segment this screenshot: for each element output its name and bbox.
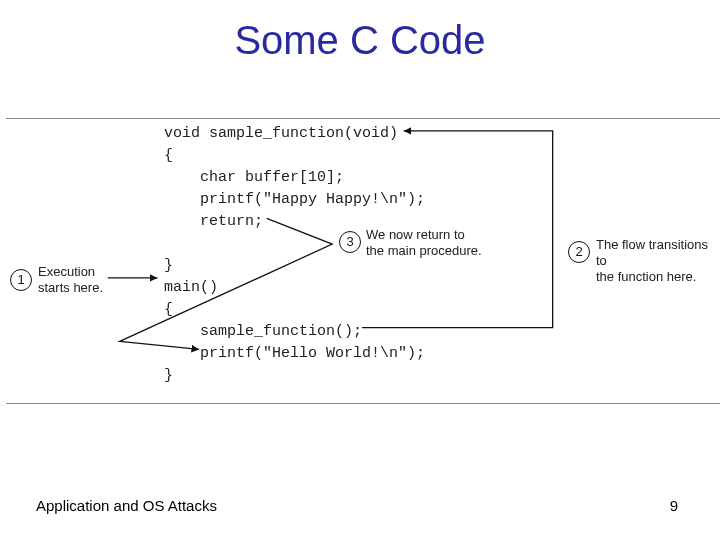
caption-2: The flow transitions to the function her… xyxy=(596,237,720,285)
code-line: { xyxy=(164,301,173,318)
caption-line: the main procedure. xyxy=(366,243,482,258)
code-line: char buffer[10]; xyxy=(164,169,344,186)
caption-line: the function here. xyxy=(596,269,696,284)
code-line: void sample_function(void) xyxy=(164,125,398,142)
code-line: { xyxy=(164,147,173,164)
caption-line: starts here. xyxy=(38,280,103,295)
code-line: return; xyxy=(164,213,263,230)
caption-line: The flow transitions to xyxy=(596,237,708,268)
code-line: printf("Hello World!\n"); xyxy=(164,345,425,362)
code-line: main() xyxy=(164,279,218,296)
diagram-frame: void sample_function(void) { char buffer… xyxy=(6,118,720,404)
code-line: } xyxy=(164,257,173,274)
slide-title: Some C Code xyxy=(0,18,720,63)
diagram: void sample_function(void) { char buffer… xyxy=(6,119,720,403)
caption-3: We now return to the main procedure. xyxy=(366,227,482,259)
marker-1: 1 xyxy=(10,269,32,291)
caption-line: We now return to xyxy=(366,227,465,242)
marker-3: 3 xyxy=(339,231,361,253)
code-line: } xyxy=(164,367,173,384)
caption-1: Execution starts here. xyxy=(38,264,103,296)
code-line: printf("Happy Happy!\n"); xyxy=(164,191,425,208)
caption-line: Execution xyxy=(38,264,95,279)
marker-2: 2 xyxy=(568,241,590,263)
code-line: sample_function(); xyxy=(164,323,362,340)
page-number: 9 xyxy=(670,497,678,514)
footer-text: Application and OS Attacks xyxy=(36,497,217,514)
